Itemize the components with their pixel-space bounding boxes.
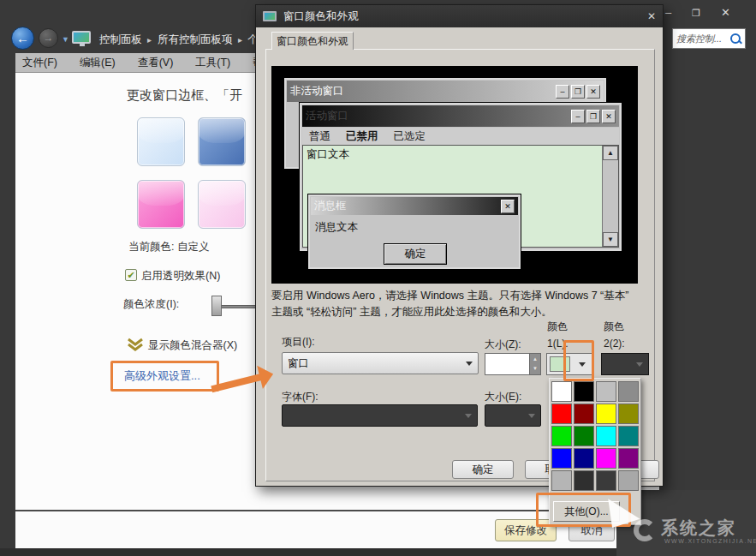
palette-color-cell[interactable]: [574, 470, 594, 491]
aero-note: 要启用 Windows Aero，请选择 Windows 主题。只有选择 Win…: [271, 288, 640, 320]
size-z-label: 大小(Z):: [485, 338, 521, 352]
screen: – ❐ ✕ ← → ▼ 控制面板 ▸ 所有控制面板项 ▸ 个 搜索控制... 文…: [0, 0, 756, 556]
tab-window-color-appearance[interactable]: 窗口颜色和外观: [271, 32, 354, 50]
search-box[interactable]: 搜索控制...: [672, 28, 746, 49]
preview-menu-selected: 已选定: [394, 129, 426, 144]
palette-color-cell[interactable]: [618, 448, 639, 469]
close-button[interactable]: ✕: [721, 7, 730, 19]
highlight-advanced-link: [110, 361, 219, 392]
palette-color-cell[interactable]: [574, 404, 594, 424]
palette-color-cell[interactable]: [618, 470, 639, 491]
search-icon[interactable]: [729, 33, 741, 45]
palette-color-cell[interactable]: [618, 426, 639, 446]
preview-inactive-titlebar: 非活动窗口 – ❐ ✕: [287, 81, 604, 102]
color-mixer-label[interactable]: 显示颜色混合器(X): [148, 338, 237, 353]
intensity-slider-thumb[interactable]: [211, 296, 222, 316]
preview-active-titlebar: 活动窗口 – ❐ ✕: [302, 105, 619, 127]
palette-color-cell[interactable]: [596, 470, 616, 491]
item-value: 窗口: [288, 356, 309, 371]
minimize-button[interactable]: –: [665, 7, 671, 19]
palette-color-cell[interactable]: [574, 381, 594, 402]
scroll-up-icon: ▲: [603, 146, 618, 160]
maximize-button[interactable]: ❐: [692, 7, 700, 19]
menu-view[interactable]: 查看(V): [138, 56, 174, 70]
item-label: 项目(I):: [282, 335, 315, 350]
gloss: [138, 181, 184, 206]
palette-color-cell[interactable]: [551, 470, 572, 491]
preview-msgbox-titlebar: 消息框 ✕: [311, 197, 518, 215]
transparency-checkbox[interactable]: ✔: [125, 269, 137, 281]
palette-color-cell[interactable]: [551, 448, 572, 469]
preview-menu-disabled: 已禁用: [346, 129, 378, 144]
palette-color-cell[interactable]: [551, 404, 572, 424]
check-icon: ✔: [127, 270, 134, 280]
palette-color-cell[interactable]: [618, 404, 639, 424]
maximize-icon: ❐: [571, 85, 585, 99]
color-swatch-light-pink[interactable]: [198, 180, 246, 229]
color-swatch-blue[interactable]: [198, 117, 246, 166]
back-button[interactable]: ←: [11, 27, 34, 50]
personalization-icon: [72, 31, 91, 44]
palette-color-cell[interactable]: [574, 448, 594, 469]
preview-menu-bar: 普通 已禁用 已选定: [302, 128, 619, 145]
arrow-shaft: [211, 374, 264, 393]
font-dropdown[interactable]: [282, 404, 478, 427]
item-dropdown[interactable]: 窗口: [282, 352, 479, 374]
preview-active-title: 活动窗口: [306, 109, 569, 123]
palette-color-cell[interactable]: [551, 381, 572, 402]
size-z-spinner[interactable]: ▲ ▼: [485, 353, 541, 375]
minimize-icon: –: [571, 110, 585, 123]
menu-file[interactable]: 文件(F): [22, 56, 57, 70]
spin-up-icon[interactable]: ▲: [530, 356, 540, 362]
chevron-down-icon[interactable]: [127, 338, 144, 351]
palette-color-cell[interactable]: [596, 381, 616, 402]
palette-color-cell[interactable]: [551, 426, 572, 446]
palette-color-cell[interactable]: [596, 404, 616, 424]
dropdown-arrow-icon: [466, 362, 473, 366]
dialog-title-bar[interactable]: 窗口颜色和外观 ✕: [256, 5, 663, 27]
breadcrumb-all-items[interactable]: 所有控制面板项: [158, 33, 233, 47]
menu-edit[interactable]: 编辑(E): [80, 56, 116, 70]
preview-message-box: 消息框 ✕ 消息文本 确定: [307, 194, 521, 270]
palette-color-cell[interactable]: [596, 426, 616, 446]
gloss: [199, 118, 245, 143]
watermark-logo-icon: [634, 519, 656, 541]
maximize-icon: ❐: [586, 110, 600, 123]
close-icon: ✕: [586, 85, 600, 99]
minimize-icon: –: [556, 85, 569, 99]
preview-menu-normal: 普通: [309, 129, 330, 144]
search-input[interactable]: 搜索控制...: [676, 33, 729, 45]
palette-color-cell[interactable]: [574, 426, 594, 446]
arrow-head: [257, 362, 276, 389]
intensity-label: 颜色浓度(I):: [123, 297, 179, 312]
palette-color-cell[interactable]: [618, 381, 639, 402]
back-icon: ←: [16, 31, 29, 45]
palette-color-cell[interactable]: [596, 448, 616, 469]
spin-down-icon[interactable]: ▼: [530, 366, 540, 371]
display-icon: [263, 11, 277, 21]
color2-dropdown[interactable]: [601, 353, 649, 375]
recent-pages-caret-icon[interactable]: ▼: [62, 35, 69, 44]
spinner-arrows[interactable]: ▲ ▼: [529, 354, 540, 374]
color-swatch-light-blue[interactable]: [137, 117, 185, 166]
scroll-down-icon: ▼: [603, 232, 618, 247]
preview-msgbox-title: 消息框: [314, 199, 499, 213]
page-title: 更改窗口边框、「开: [127, 87, 242, 104]
font-label: 字体(F):: [282, 390, 318, 404]
size-e-label: 大小(E):: [485, 390, 521, 404]
color-swatch-pink[interactable]: [137, 180, 185, 229]
menu-tools[interactable]: 工具(T): [195, 56, 230, 70]
forward-icon: →: [44, 32, 54, 44]
current-color-label: 当前颜色: 自定义: [128, 240, 209, 254]
breadcrumb-control-panel[interactable]: 控制面板: [99, 33, 142, 47]
forward-button[interactable]: →: [39, 28, 58, 48]
size-e-dropdown[interactable]: [485, 404, 541, 427]
preview-scrollbar: ▲ ▼: [602, 146, 618, 247]
dialog-title: 窗口颜色和外观: [283, 9, 640, 24]
dialog-ok-button[interactable]: 确定: [452, 460, 514, 479]
transparency-label: 启用透明效果(N): [141, 269, 220, 284]
color-palette-grid: [551, 381, 640, 491]
dialog-close-icon[interactable]: ✕: [647, 10, 656, 22]
gloss: [138, 118, 184, 143]
appearance-preview: 非活动窗口 – ❐ ✕ 活动窗口 – ❐ ✕ 普通 已禁用 已选定: [271, 66, 638, 284]
